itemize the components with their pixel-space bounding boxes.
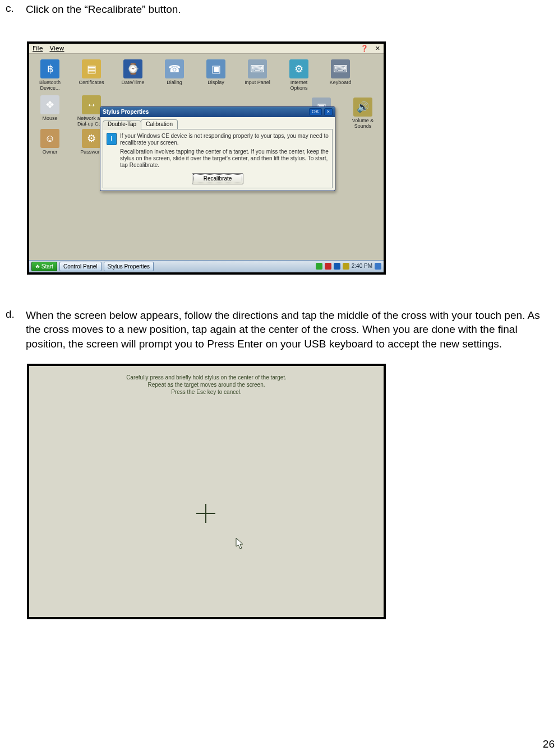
icon-label: Internet Options bbox=[290, 80, 307, 91]
calib-line-2: Repeat as the target moves around the sc… bbox=[29, 381, 384, 388]
menu-file[interactable]: File bbox=[33, 44, 43, 53]
step-text-c: Click on the “Recalibrate” button. bbox=[26, 2, 552, 17]
taskbar-clock: 2:40 PM bbox=[352, 260, 372, 272]
icon-glyph: ⌨ bbox=[331, 59, 350, 78]
icon-label: Bluetooth Device... bbox=[39, 80, 61, 91]
control-panel-icon[interactable]: ☺Owner bbox=[34, 129, 66, 155]
icon-glyph: ▣ bbox=[206, 59, 225, 78]
step-text-d: When the screen below appears, follow th… bbox=[26, 308, 552, 351]
page-number: 26 bbox=[543, 738, 555, 750]
step-letter-d: d. bbox=[6, 308, 18, 351]
menu-view[interactable]: View bbox=[49, 44, 64, 53]
tab-double-tap[interactable]: Double-Tap bbox=[103, 120, 141, 130]
menubar: File View ❓ ✕ bbox=[29, 44, 384, 54]
calibration-instructions: Carefully press and briefly hold stylus … bbox=[29, 366, 384, 396]
icon-glyph: ↔ bbox=[82, 95, 101, 114]
stylus-info-icon: i bbox=[107, 133, 117, 145]
icon-label: Input Panel bbox=[245, 80, 270, 85]
window-close[interactable]: ✕ bbox=[375, 44, 380, 53]
dialog-close-button[interactable]: × bbox=[324, 108, 333, 115]
system-tray: 2:40 PM bbox=[316, 260, 381, 272]
control-panel-icon[interactable]: ❖Mouse bbox=[34, 95, 66, 127]
icon-glyph: ❖ bbox=[40, 95, 59, 114]
icon-glyph: ⚙ bbox=[82, 129, 101, 148]
tray-icon-4[interactable] bbox=[343, 263, 349, 270]
icon-label: Keyboard bbox=[330, 80, 352, 85]
tab-calibration[interactable]: Calibration bbox=[141, 119, 178, 129]
calib-line-3: Press the Esc key to cancel. bbox=[29, 388, 384, 396]
icon-glyph: ⚙ bbox=[289, 59, 308, 78]
control-panel-icon[interactable]: ▣Display bbox=[200, 59, 232, 91]
tray-icon-2[interactable] bbox=[325, 263, 331, 270]
icon-glyph: ⌚ bbox=[123, 59, 142, 78]
icon-label: Date/Time bbox=[121, 80, 144, 85]
screenshot-calibration: Carefully press and briefly hold stylus … bbox=[27, 364, 386, 619]
mouse-cursor-icon bbox=[236, 537, 245, 550]
icon-volume-sounds[interactable]: 🔊 Volume & Sounds bbox=[347, 98, 379, 129]
dialog-title: Stylus Properties bbox=[103, 109, 149, 115]
control-panel-icon[interactable]: ⌚Date/Time bbox=[117, 59, 149, 91]
taskbar: ☘ Start Control Panel Stylus Properties … bbox=[29, 260, 384, 272]
control-panel-icon[interactable]: ☎Dialing bbox=[158, 59, 191, 91]
step-c: c. Click on the “Recalibrate” button. bbox=[6, 2, 552, 17]
dialog-paragraph-1: If your Windows CE device is not respond… bbox=[120, 133, 329, 146]
step-letter-c: c. bbox=[6, 2, 18, 17]
calib-line-1: Carefully press and briefly hold stylus … bbox=[29, 374, 384, 381]
dialog-paragraph-2: Recalibration involves tapping the cente… bbox=[120, 149, 329, 169]
icon-label: Dialing bbox=[167, 80, 182, 85]
control-panel-icon[interactable]: ▤Certificates bbox=[75, 59, 108, 91]
control-panel-icon[interactable]: ⌨Input Panel bbox=[241, 59, 274, 91]
control-panel-icon[interactable]: ⌨Keyboard bbox=[324, 59, 357, 91]
dialog-tabs: Double-Tap Calibration bbox=[100, 117, 335, 129]
icon-label: Certificates bbox=[79, 80, 104, 85]
start-button[interactable]: ☘ Start bbox=[31, 262, 57, 271]
icon-glyph: ☺ bbox=[40, 129, 59, 148]
step-d: d. When the screen below appears, follow… bbox=[6, 308, 552, 351]
recalibrate-button[interactable]: Recalibrate bbox=[192, 173, 244, 184]
tray-icon-1[interactable] bbox=[316, 263, 322, 270]
tray-icon-3[interactable] bbox=[334, 263, 340, 270]
dialog-ok-button[interactable]: OK bbox=[309, 108, 322, 115]
icon-glyph: ⌨ bbox=[248, 59, 267, 78]
icon-glyph: ☎ bbox=[165, 59, 184, 78]
taskbar-control-panel[interactable]: Control Panel bbox=[59, 262, 102, 271]
icon-glyph: ▤ bbox=[82, 59, 101, 78]
tray-icon-5[interactable] bbox=[375, 263, 381, 270]
icon-glyph: ฿ bbox=[40, 59, 59, 78]
dialog-body: i If your Windows CE device is not respo… bbox=[103, 129, 333, 188]
calibration-target-cross[interactable] bbox=[196, 504, 215, 523]
icon-label: Display bbox=[207, 80, 224, 85]
icon-label: Owner bbox=[43, 149, 58, 155]
screenshot-stylus-properties: File View ❓ ✕ ฿Bluetooth Device...▤Certi… bbox=[27, 41, 386, 275]
icon-label: Mouse bbox=[42, 115, 57, 121]
control-panel-icon[interactable]: ⚙Internet Options bbox=[283, 59, 315, 91]
icon-label: Password bbox=[80, 149, 103, 155]
control-panel-desktop: ฿Bluetooth Device...▤Certificates⌚Date/T… bbox=[29, 54, 384, 262]
help-icon[interactable]: ❓ bbox=[361, 44, 368, 53]
control-panel-icon[interactable]: ฿Bluetooth Device... bbox=[34, 59, 66, 91]
stylus-properties-dialog: Stylus Properties OK × Double-Tap Calibr… bbox=[100, 106, 335, 191]
taskbar-stylus-properties[interactable]: Stylus Properties bbox=[104, 262, 154, 271]
dialog-titlebar[interactable]: Stylus Properties OK × bbox=[100, 107, 335, 117]
